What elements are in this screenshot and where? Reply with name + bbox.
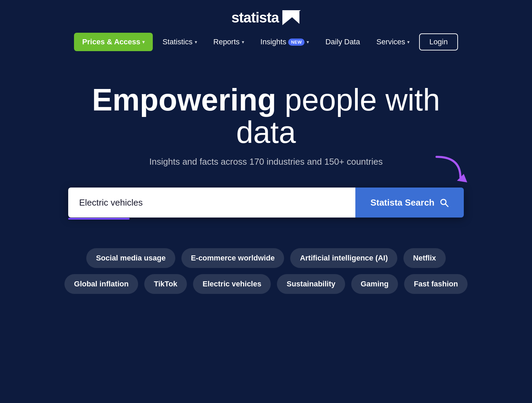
tag-item[interactable]: TikTok — [144, 274, 187, 294]
hero-title-bold: Empowering — [92, 83, 276, 117]
nav-reports[interactable]: Reports ▾ — [207, 33, 251, 50]
nav-services-label: Services — [376, 38, 405, 46]
nav-prices-label: Prices & Access — [82, 38, 140, 46]
chevron-down-icon: ▾ — [195, 39, 197, 45]
tag-item[interactable]: E-commerce worldwide — [181, 248, 284, 268]
tag-item[interactable]: Sustainability — [277, 274, 345, 294]
nav: Prices & Access ▾ Statistics ▾ Reports ▾… — [0, 33, 532, 57]
chevron-down-icon: ▾ — [242, 39, 244, 45]
search-box: Statista Search — [68, 188, 464, 218]
tag-item[interactable]: Fast fashion — [404, 274, 468, 294]
nav-statistics-label: Statistics — [162, 38, 192, 46]
nav-reports-label: Reports — [213, 38, 240, 46]
chevron-down-icon: ▾ — [307, 39, 309, 45]
arrow-decoration — [430, 150, 471, 191]
tag-item[interactable]: Netflix — [403, 248, 445, 268]
tag-item[interactable]: Electric vehicles — [193, 274, 271, 294]
logo-text: statista — [231, 10, 279, 26]
hero-subtitle: Insights and facts across 170 industries… — [149, 156, 383, 167]
nav-daily-data[interactable]: Daily Data — [319, 33, 367, 50]
logo[interactable]: statista — [231, 10, 300, 26]
search-icon — [439, 198, 449, 207]
hero-title: Empowering people with data — [61, 84, 471, 148]
nav-daily-data-label: Daily Data — [325, 38, 360, 46]
tag-item[interactable]: Artificial intelligence (AI) — [290, 248, 397, 268]
tags-section: Social media usageE-commerce worldwideAr… — [27, 231, 505, 314]
header: statista — [0, 0, 532, 33]
svg-marker-3 — [457, 174, 467, 182]
search-button[interactable]: Statista Search — [355, 188, 464, 218]
tag-item[interactable]: Gaming — [351, 274, 398, 294]
tag-item[interactable]: Global inflation — [64, 274, 138, 294]
svg-line-5 — [445, 204, 448, 207]
nav-insights[interactable]: Insights NEW ▾ — [254, 33, 316, 50]
search-button-label: Statista Search — [370, 197, 434, 208]
new-badge: NEW — [288, 39, 305, 46]
login-button[interactable]: Login — [419, 33, 458, 50]
logo-icon — [282, 10, 301, 25]
nav-insights-label: Insights — [261, 38, 286, 46]
nav-prices-access[interactable]: Prices & Access ▾ — [74, 33, 153, 51]
hero-section: Empowering people with data Insights and… — [0, 57, 532, 231]
search-input[interactable] — [68, 188, 355, 218]
nav-statistics[interactable]: Statistics ▾ — [156, 33, 204, 50]
chevron-down-icon: ▾ — [407, 39, 410, 45]
chevron-down-icon: ▾ — [142, 39, 145, 45]
nav-services[interactable]: Services ▾ — [370, 33, 416, 50]
search-underline — [68, 218, 130, 220]
tag-item[interactable]: Social media usage — [86, 248, 175, 268]
search-container: Statista Search — [68, 188, 464, 218]
